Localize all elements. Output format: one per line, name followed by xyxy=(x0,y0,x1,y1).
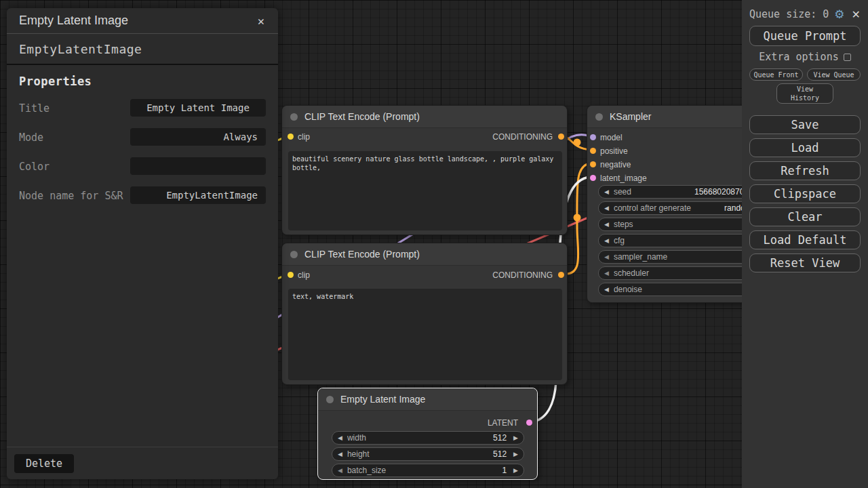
increment-icon[interactable]: ▶ xyxy=(513,451,518,458)
widget-width[interactable]: ◀ width 512 ▶ xyxy=(332,431,524,445)
reset-view-button[interactable]: Reset View xyxy=(749,253,861,272)
node-title: KSampler xyxy=(610,111,651,122)
node-title: CLIP Text Encode (Prompt) xyxy=(304,249,420,260)
properties-heading: Properties xyxy=(19,75,266,88)
color-field[interactable] xyxy=(130,157,266,175)
output-slot-conditioning[interactable] xyxy=(558,272,564,278)
property-row-node-name: Node name for S&R EmptyLatentImage xyxy=(19,186,266,204)
field-label: Mode xyxy=(19,128,130,144)
increment-icon[interactable]: ▶ xyxy=(513,435,518,441)
clear-button[interactable]: Clear xyxy=(749,207,861,226)
collapse-dot-icon[interactable] xyxy=(595,113,603,121)
mode-field[interactable]: Always xyxy=(130,128,266,146)
prompt-textarea[interactable]: text, watermark xyxy=(288,289,562,380)
node-type-name: EmptyLatentImage xyxy=(7,34,278,65)
decrement-icon[interactable]: ◀ xyxy=(604,287,609,293)
close-icon[interactable]: ✕ xyxy=(852,8,861,21)
collapse-dot-icon[interactable] xyxy=(290,113,298,121)
delete-button[interactable]: Delete xyxy=(14,454,74,473)
property-row-color: Color xyxy=(19,157,266,175)
input-slot-negative[interactable] xyxy=(590,161,596,167)
output-slot-conditioning[interactable] xyxy=(558,134,564,140)
output-slot-latent[interactable] xyxy=(526,420,532,426)
node-title-bar[interactable]: CLIP Text Encode (Prompt) xyxy=(282,243,567,266)
dialog-title-bar: Empty Latent Image ✕ xyxy=(7,8,278,34)
output-label: CONDITIONING xyxy=(492,270,553,280)
extra-options-checkbox[interactable] xyxy=(844,54,851,61)
property-row-mode: Mode Always xyxy=(19,128,266,146)
decrement-icon[interactable]: ◀ xyxy=(338,435,342,441)
title-field[interactable]: Empty Latent Image xyxy=(130,99,266,117)
load-default-button[interactable]: Load Default xyxy=(749,230,861,249)
dialog-title: Empty Latent Image xyxy=(19,14,254,28)
gear-icon[interactable]: ⚙ xyxy=(834,7,844,21)
close-icon[interactable]: ✕ xyxy=(254,13,269,29)
decrement-icon[interactable]: ◀ xyxy=(604,270,609,277)
dialog-divider xyxy=(7,447,278,447)
field-label: Node name for S&R xyxy=(19,186,130,203)
view-queue-button[interactable]: View Queue xyxy=(807,68,861,81)
node-name-field[interactable]: EmptyLatentImage xyxy=(130,186,266,204)
widget-batch-size[interactable]: ◀ batch_size 1 ▶ xyxy=(332,464,524,477)
input-label: clip xyxy=(298,132,310,142)
comfyui-app: CLIP Text Encode (Prompt) clip CONDITION… xyxy=(0,0,868,488)
input-label: clip xyxy=(298,270,310,280)
comfy-menu: Queue size: 0 ⚙ ✕ Queue Prompt Extra opt… xyxy=(742,0,868,488)
node-clip-text-encode-positive[interactable]: CLIP Text Encode (Prompt) clip CONDITION… xyxy=(281,105,568,235)
decrement-icon[interactable]: ◀ xyxy=(604,222,609,228)
decrement-icon[interactable]: ◀ xyxy=(604,238,609,244)
node-title-bar[interactable]: CLIP Text Encode (Prompt) xyxy=(282,106,567,128)
decrement-icon[interactable]: ◀ xyxy=(604,205,609,211)
node-properties-dialog: Empty Latent Image ✕ EmptyLatentImage Pr… xyxy=(7,8,278,479)
input-slot-clip[interactable] xyxy=(288,134,294,140)
collapse-dot-icon[interactable] xyxy=(290,251,298,258)
output-label: LATENT xyxy=(488,418,518,428)
decrement-icon[interactable]: ◀ xyxy=(338,468,342,474)
node-empty-latent-image[interactable]: Empty Latent Image LATENT ◀ width 512 ▶ … xyxy=(317,388,538,480)
input-slot-latent-image[interactable] xyxy=(590,175,596,181)
decrement-icon[interactable]: ◀ xyxy=(338,451,342,458)
extra-options-label: Extra options xyxy=(759,51,838,63)
node-title-bar[interactable]: Empty Latent Image xyxy=(318,388,537,411)
input-slot-positive[interactable] xyxy=(590,148,596,154)
node-title: Empty Latent Image xyxy=(340,394,425,405)
refresh-button[interactable]: Refresh xyxy=(749,161,861,180)
field-label: Color xyxy=(19,157,130,174)
prompt-textarea[interactable]: beautiful scenery nature glass bottle la… xyxy=(288,151,562,230)
property-row-title: Title Empty Latent Image xyxy=(19,99,266,117)
load-button[interactable]: Load xyxy=(749,138,861,157)
save-button[interactable]: Save xyxy=(749,115,861,134)
view-history-button[interactable]: View History xyxy=(776,83,833,104)
queue-front-button[interactable]: Queue Front xyxy=(749,68,803,81)
field-label: Title xyxy=(19,99,130,115)
queue-size-label: Queue size: 0 xyxy=(749,8,834,20)
queue-prompt-button[interactable]: Queue Prompt xyxy=(749,26,861,46)
input-label: latent_image xyxy=(600,174,647,183)
widget-height[interactable]: ◀ height 512 ▶ xyxy=(332,447,524,461)
decrement-icon[interactable]: ◀ xyxy=(604,189,609,195)
input-label: negative xyxy=(600,160,631,169)
input-slot-model[interactable] xyxy=(590,134,596,140)
decrement-icon[interactable]: ◀ xyxy=(604,254,609,260)
increment-icon[interactable]: ▶ xyxy=(513,468,518,474)
input-label: positive xyxy=(600,146,628,156)
clipspace-button[interactable]: Clipspace xyxy=(749,184,861,203)
collapse-dot-icon[interactable] xyxy=(326,396,334,403)
output-label: CONDITIONING xyxy=(492,132,553,142)
node-title: CLIP Text Encode (Prompt) xyxy=(304,111,420,122)
input-label: model xyxy=(600,133,623,142)
input-slot-clip[interactable] xyxy=(288,272,294,278)
node-clip-text-encode-negative[interactable]: CLIP Text Encode (Prompt) clip CONDITION… xyxy=(281,243,568,385)
